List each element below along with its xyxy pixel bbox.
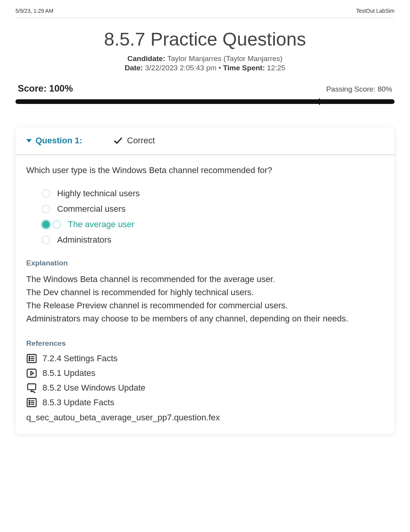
explanation-line: The Dev channel is recommended for highl…	[26, 286, 384, 299]
svg-rect-7	[27, 369, 36, 377]
svg-point-11	[29, 401, 30, 401]
date-line: Date: 3/22/2023 2:05:43 pm • Time Spent:…	[15, 64, 395, 72]
question-header[interactable]: Question 1: Correct	[15, 127, 395, 155]
option-item[interactable]: Administrators	[42, 235, 384, 245]
status-badge: Correct	[113, 136, 155, 146]
print-title: TestOut LabSim	[356, 8, 395, 14]
score-label: Score: 100%	[18, 83, 73, 94]
svg-point-1	[29, 357, 30, 357]
explanation-body: The Windows Beta channel is recommended …	[26, 273, 384, 325]
page-title: 8.5.7 Practice Questions	[15, 29, 395, 50]
reference-item[interactable]: 8.5.1 Updates	[26, 368, 384, 379]
reference-text: 8.5.3 Update Facts	[42, 398, 114, 408]
svg-point-3	[29, 358, 30, 359]
list-icon	[26, 353, 37, 364]
reference-item[interactable]: 8.5.3 Update Facts	[26, 397, 384, 408]
reference-text: 7.2.4 Settings Facts	[42, 354, 117, 364]
radio-icon	[42, 236, 50, 244]
selected-marker-icon	[42, 220, 50, 229]
svg-marker-8	[31, 372, 34, 375]
reference-text: 8.5.1 Updates	[42, 368, 95, 378]
reference-item[interactable]: 7.2.4 Settings Facts	[26, 353, 384, 364]
explanation-line: The Release Preview channel is recommend…	[26, 299, 384, 312]
question-text: Which user type is the Windows Beta chan…	[26, 165, 384, 175]
summary-card: 8.5.7 Practice Questions Candidate: Tayl…	[15, 17, 395, 116]
explanation-heading: Explanation	[26, 259, 384, 267]
radio-icon	[53, 220, 61, 229]
option-item-selected[interactable]: The average user	[42, 219, 384, 229]
print-date: 5/9/23, 1:29 AM	[15, 8, 53, 14]
separator: •	[219, 64, 221, 72]
reference-item[interactable]: 8.5.2 Use Windows Update	[26, 382, 384, 393]
candidate-value: Taylor Manjarres (Taylor Manjarres)	[167, 54, 283, 63]
radio-icon	[42, 189, 50, 198]
svg-point-15	[29, 404, 30, 405]
explanation-line: The Windows Beta channel is recommended …	[26, 273, 384, 286]
radio-icon	[42, 205, 50, 213]
print-header: 5/9/23, 1:29 AM TestOut LabSim	[0, 0, 410, 17]
list-icon	[26, 397, 37, 408]
references-heading: References	[26, 339, 384, 348]
option-text: Commercial users	[57, 204, 125, 214]
svg-rect-9	[28, 384, 36, 390]
candidate-line: Candidate: Taylor Manjarres (Taylor Manj…	[15, 54, 395, 63]
video-icon	[26, 368, 37, 379]
passing-score: Passing Score: 80%	[326, 85, 392, 93]
option-text: The average user	[68, 219, 134, 229]
date-value: 3/22/2023 2:05:43 pm	[145, 64, 217, 72]
progress-bar	[15, 99, 395, 104]
question-number: Question 1:	[36, 136, 82, 146]
option-item[interactable]: Commercial users	[42, 204, 384, 214]
svg-point-5	[29, 360, 30, 361]
status-text: Correct	[127, 136, 155, 146]
passing-tick	[319, 99, 320, 105]
option-text: Highly technical users	[57, 189, 140, 199]
option-item[interactable]: Highly technical users	[42, 189, 384, 199]
question-file: q_sec_autou_beta_average_user_pp7.questi…	[26, 413, 384, 423]
explanation-line: Administrators may choose to be members …	[26, 312, 384, 325]
reference-text: 8.5.2 Use Windows Update	[42, 383, 146, 393]
option-text: Administrators	[57, 235, 112, 245]
candidate-label: Candidate:	[127, 54, 165, 63]
check-icon	[113, 136, 123, 146]
options-list: Highly technical users Commercial users …	[42, 189, 384, 245]
time-value: 12:25	[267, 64, 286, 72]
time-label: Time Spent:	[223, 64, 265, 72]
date-label: Date:	[125, 64, 143, 72]
lab-icon	[26, 382, 37, 393]
caret-down-icon	[26, 139, 32, 143]
svg-point-13	[29, 402, 30, 403]
references-list: 7.2.4 Settings Facts 8.5.1 Updates 8.5.2…	[26, 353, 384, 408]
question-card: Question 1: Correct Which user type is t…	[15, 127, 395, 434]
